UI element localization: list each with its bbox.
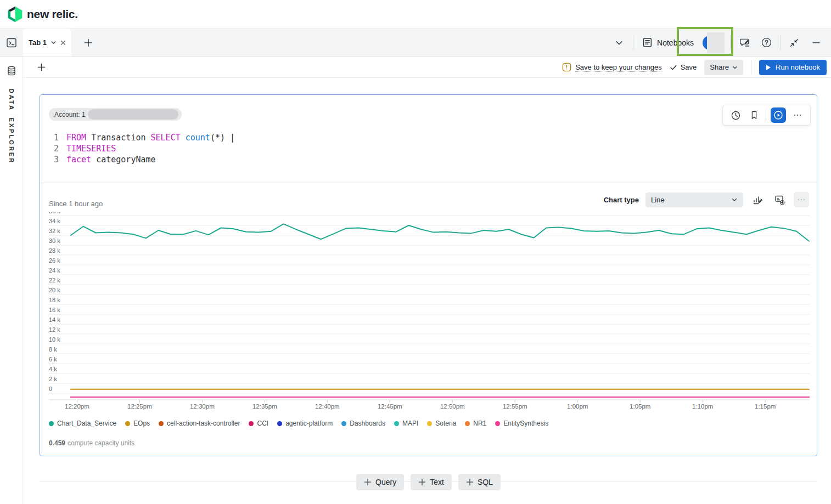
query-code: FROM Transaction SELECT count(*) |	[66, 132, 235, 143]
expand-tabs-button[interactable]	[611, 35, 627, 51]
add-to-dashboard-button[interactable]	[772, 192, 787, 207]
legend-dot	[495, 421, 500, 426]
query-line[interactable]: 3facet categoryName	[49, 154, 235, 165]
nrql-editor[interactable]: 1FROM Transaction SELECT count(*) |2TIME…	[49, 132, 235, 165]
help-button[interactable]	[758, 35, 774, 51]
svg-text:10 k: 10 k	[49, 336, 60, 343]
console-button[interactable]	[3, 35, 20, 51]
add-query-button[interactable]: Query	[356, 474, 404, 490]
collapse-window-button[interactable]	[786, 35, 802, 51]
svg-text:24 k: 24 k	[49, 267, 60, 274]
svg-text:16 k: 16 k	[49, 307, 60, 313]
chevron-down-icon[interactable]	[50, 39, 57, 46]
chart-more-button	[794, 192, 809, 207]
add-text-button[interactable]: Text	[411, 474, 452, 490]
legend-name: Soteria	[435, 420, 456, 427]
query-cell[interactable]: Account: 1 1FROM Transaction SELECT c	[40, 94, 817, 456]
plus-icon	[466, 478, 474, 486]
legend-item[interactable]: cell-action-task-controller	[159, 420, 240, 427]
svg-text:1:05pm: 1:05pm	[630, 403, 650, 410]
plus-icon	[83, 38, 93, 48]
run-notebook-button[interactable]: Run notebook	[759, 60, 827, 75]
compute-cost-units: compute capacity units	[68, 439, 134, 447]
history-button[interactable]	[728, 108, 743, 122]
svg-text:8 k: 8 k	[49, 346, 57, 353]
query-code: TIMESERIES	[66, 143, 116, 154]
add-to-dashboard-icon	[774, 194, 785, 205]
minimize-button[interactable]	[808, 35, 824, 51]
rail-top	[0, 29, 23, 56]
cell-toolbar	[722, 105, 811, 126]
legend-item[interactable]: EOps	[125, 420, 150, 427]
legend-name: agentic-platform	[285, 420, 333, 427]
notebooks-button[interactable]: Notebooks	[639, 33, 697, 52]
tab-label: Tab 1	[29, 38, 47, 47]
time-range-label: Since 1 hour ago	[49, 200, 103, 208]
add-cell-button[interactable]	[33, 59, 49, 76]
legend-name: Chart_Data_Service	[57, 420, 116, 427]
ellipsis-icon	[793, 111, 802, 120]
add-sql-button[interactable]: SQL	[458, 474, 501, 490]
legend-item[interactable]: EntitySynthesis	[495, 420, 548, 427]
svg-text:12:55pm: 12:55pm	[503, 403, 527, 410]
data-explorer-button[interactable]	[3, 63, 20, 79]
svg-text:4 k: 4 k	[49, 366, 57, 372]
legend-item[interactable]: Dashboards	[341, 420, 385, 427]
edit-chart-button[interactable]	[750, 192, 765, 207]
cell-more-button[interactable]	[790, 108, 805, 122]
legend-item[interactable]: NR1	[465, 420, 486, 427]
app-header: new relic.	[0, 0, 831, 29]
chart-svg: 02 k4 k6 k8 k10 k12 k14 k16 k18 k20 k22 …	[49, 212, 810, 411]
query-line[interactable]: 2TIMESERIES	[49, 143, 235, 154]
feedback-button[interactable]	[736, 35, 753, 51]
chevron-down-icon	[732, 65, 738, 70]
brand[interactable]: new relic.	[8, 6, 78, 22]
play-circle-icon	[773, 110, 783, 120]
svg-text:14 k: 14 k	[49, 316, 60, 323]
legend-dot	[249, 421, 254, 426]
legend-item[interactable]: CCI	[249, 420, 268, 427]
new-tab-button[interactable]	[79, 33, 98, 52]
save-button[interactable]: Save	[670, 63, 697, 71]
terminal-icon	[6, 37, 17, 48]
query-line[interactable]: 1FROM Transaction SELECT count(*) |	[49, 132, 235, 143]
tab-1[interactable]: Tab 1	[23, 29, 71, 56]
chevron-down-icon	[614, 38, 624, 48]
legend-name: CCI	[257, 420, 268, 427]
svg-text:1:15pm: 1:15pm	[755, 403, 776, 410]
svg-text:1:10pm: 1:10pm	[692, 403, 713, 410]
chart-type-select[interactable]: Line	[645, 192, 743, 207]
add-cell-row: Query Text SQL	[40, 474, 817, 490]
account-blur	[88, 109, 178, 120]
legend-dot	[159, 421, 164, 426]
legend-item[interactable]: agentic-platform	[277, 420, 333, 427]
notebook-canvas: Account: 1 1FROM Transaction SELECT c	[23, 78, 831, 504]
close-icon[interactable]	[60, 40, 66, 46]
avatar-blur	[707, 32, 725, 53]
plus-icon	[37, 63, 46, 72]
account-picker[interactable]: Account: 1	[49, 108, 182, 121]
legend-dot	[49, 421, 54, 426]
svg-text:2 k: 2 k	[49, 376, 57, 382]
feedback-icon	[739, 37, 750, 48]
check-icon	[670, 64, 677, 71]
user-avatar[interactable]	[703, 32, 725, 54]
legend-item[interactable]: MAPI	[394, 420, 418, 427]
left-rail: DATA EXPLORER	[0, 57, 23, 504]
legend-item[interactable]: Soteria	[427, 420, 456, 427]
timeseries-chart[interactable]: 02 k4 k6 k8 k10 k12 k14 k16 k18 k20 k22 …	[49, 212, 810, 411]
svg-text:26 k: 26 k	[49, 257, 60, 264]
legend-name: Dashboards	[350, 420, 385, 427]
legend-name: NR1	[473, 420, 486, 427]
legend-item[interactable]: Chart_Data_Service	[49, 420, 116, 427]
tab-bar: Tab 1 Notebooks	[0, 29, 831, 57]
share-button[interactable]: Share	[704, 60, 743, 75]
share-label: Share	[710, 63, 729, 71]
save-warning[interactable]: Save to keep your changes	[562, 63, 662, 72]
chart-header: Since 1 hour ago Chart type Line	[49, 191, 809, 208]
divider	[633, 36, 633, 50]
svg-text:30 k: 30 k	[49, 237, 60, 244]
run-cell-button[interactable]	[771, 107, 786, 123]
bookmark-button[interactable]	[747, 108, 761, 122]
svg-text:12:45pm: 12:45pm	[378, 403, 402, 410]
